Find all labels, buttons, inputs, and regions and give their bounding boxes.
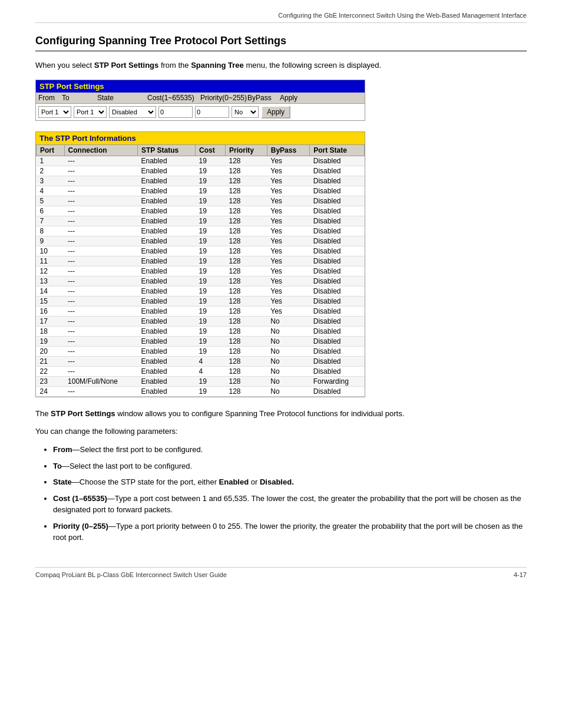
cell-priority: 128: [226, 206, 267, 216]
cell-connection: ---: [64, 296, 137, 306]
table-row: 8---Enabled19128YesDisabled: [37, 226, 365, 236]
bullet-from: From—Select the first port to be configu…: [53, 444, 527, 456]
section-title: Configuring Spanning Tree Protocol Port …: [35, 35, 527, 51]
col-priority: Priority: [226, 144, 267, 156]
cell-connection: ---: [64, 326, 137, 336]
cell-cost: 19: [195, 346, 225, 356]
table-row: 22---Enabled4128NoDisabled: [37, 366, 365, 376]
cell-port: 16: [37, 306, 65, 316]
cell-priority: 128: [226, 376, 267, 386]
cell-port: 24: [37, 386, 65, 396]
cell-port: 14: [37, 286, 65, 296]
state-select[interactable]: Enabled Disabled: [109, 106, 156, 118]
info-panel-header: The STP Port Informations: [36, 132, 365, 144]
cell-bypass: Yes: [267, 176, 310, 186]
cell-connection: ---: [64, 186, 137, 196]
cell-cost: 19: [195, 186, 225, 196]
cell-port_state: Disabled: [310, 386, 365, 396]
cell-priority: 128: [226, 196, 267, 206]
table-row: 23100M/Full/NoneEnabled19128NoForwarding: [37, 376, 365, 386]
cell-priority: 128: [226, 286, 267, 296]
cell-priority: 128: [226, 176, 267, 186]
priority-input[interactable]: [195, 106, 229, 118]
cell-port_state: Disabled: [310, 306, 365, 316]
cell-port: 17: [37, 316, 65, 326]
cell-connection: ---: [64, 166, 137, 176]
cell-bypass: Yes: [267, 186, 310, 196]
cell-priority: 128: [226, 346, 267, 356]
cell-bypass: Yes: [267, 306, 310, 316]
cell-bypass: Yes: [267, 206, 310, 216]
top-header-text: Configuring the GbE Interconnect Switch …: [278, 12, 527, 19]
cell-port_state: Disabled: [310, 286, 365, 296]
cell-priority: 128: [226, 166, 267, 176]
table-body: 1---Enabled19128YesDisabled2---Enabled19…: [37, 156, 365, 396]
cell-cost: 19: [195, 386, 225, 396]
cell-priority: 128: [226, 296, 267, 306]
cell-port_state: Disabled: [310, 166, 365, 176]
table-row: 19---Enabled19128NoDisabled: [37, 336, 365, 346]
cell-bypass: No: [267, 346, 310, 356]
bullet-priority: Priority (0–255)—Type a port priority be…: [53, 521, 527, 543]
cell-bypass: Yes: [267, 196, 310, 206]
cost-input[interactable]: [158, 106, 193, 118]
from-port-select[interactable]: Port 1Port 2Port 3Port 4 Port 5Port 6Por…: [38, 106, 71, 118]
cell-port: 18: [37, 326, 65, 336]
cell-port_state: Disabled: [310, 326, 365, 336]
cell-connection: ---: [64, 336, 137, 346]
cell-port_state: Disabled: [310, 236, 365, 246]
cell-port_state: Disabled: [310, 226, 365, 236]
table-row: 18---Enabled19128NoDisabled: [37, 326, 365, 336]
cell-bypass: Yes: [267, 246, 310, 256]
cell-stp_status: Enabled: [138, 386, 196, 396]
cell-connection: ---: [64, 386, 137, 396]
cell-cost: 19: [195, 196, 225, 206]
col-state-label: State: [97, 94, 147, 102]
cell-connection: ---: [64, 196, 137, 206]
cell-port: 7: [37, 216, 65, 226]
to-port-select[interactable]: Port 1Port 2Port 3Port 4 Port 5Port 6Por…: [74, 106, 107, 118]
cell-bypass: No: [267, 336, 310, 346]
cell-port: 8: [37, 226, 65, 236]
cell-bypass: Yes: [267, 276, 310, 286]
cell-priority: 128: [226, 226, 267, 236]
table-row: 2---Enabled19128YesDisabled: [37, 166, 365, 176]
stp-form-input-row: Port 1Port 2Port 3Port 4 Port 5Port 6Por…: [36, 104, 365, 120]
cell-connection: ---: [64, 366, 137, 376]
cell-connection: ---: [64, 266, 137, 276]
footer-left: Compaq ProLiant BL p-Class GbE Interconn…: [35, 571, 227, 578]
bypass-select[interactable]: Yes No: [232, 106, 259, 118]
table-row: 6---Enabled19128YesDisabled: [37, 206, 365, 216]
cell-priority: 128: [226, 216, 267, 226]
col-connection: Connection: [64, 144, 137, 156]
intro-text: When you select STP Port Settings from t…: [35, 60, 527, 71]
col-to-label: To: [62, 94, 97, 102]
cell-port: 1: [37, 156, 65, 166]
cell-priority: 128: [226, 246, 267, 256]
cell-connection: ---: [64, 176, 137, 186]
cell-stp_status: Enabled: [138, 326, 196, 336]
cell-cost: 19: [195, 276, 225, 286]
table-row: 20---Enabled19128NoDisabled: [37, 346, 365, 356]
table-row: 24---Enabled19128NoDisabled: [37, 386, 365, 396]
cell-port: 4: [37, 186, 65, 196]
cell-connection: ---: [64, 306, 137, 316]
cell-cost: 19: [195, 376, 225, 386]
cell-port_state: Disabled: [310, 156, 365, 166]
apply-button[interactable]: Apply: [261, 106, 290, 118]
cell-stp_status: Enabled: [138, 256, 196, 266]
cell-cost: 19: [195, 266, 225, 276]
cell-connection: ---: [64, 246, 137, 256]
bullet-list: From—Select the first port to be configu…: [35, 444, 527, 543]
cell-port_state: Disabled: [310, 276, 365, 286]
col-from-label: From: [38, 94, 62, 102]
cell-port_state: Disabled: [310, 246, 365, 256]
cell-bypass: Yes: [267, 226, 310, 236]
cell-port: 22: [37, 366, 65, 376]
bullet-cost: Cost (1–65535)—Type a port cost between …: [53, 493, 527, 516]
cell-connection: ---: [64, 156, 137, 166]
cell-connection: ---: [64, 256, 137, 266]
cell-priority: 128: [226, 236, 267, 246]
cell-port: 2: [37, 166, 65, 176]
description-section: The STP Port Settings window allows you …: [35, 408, 527, 543]
